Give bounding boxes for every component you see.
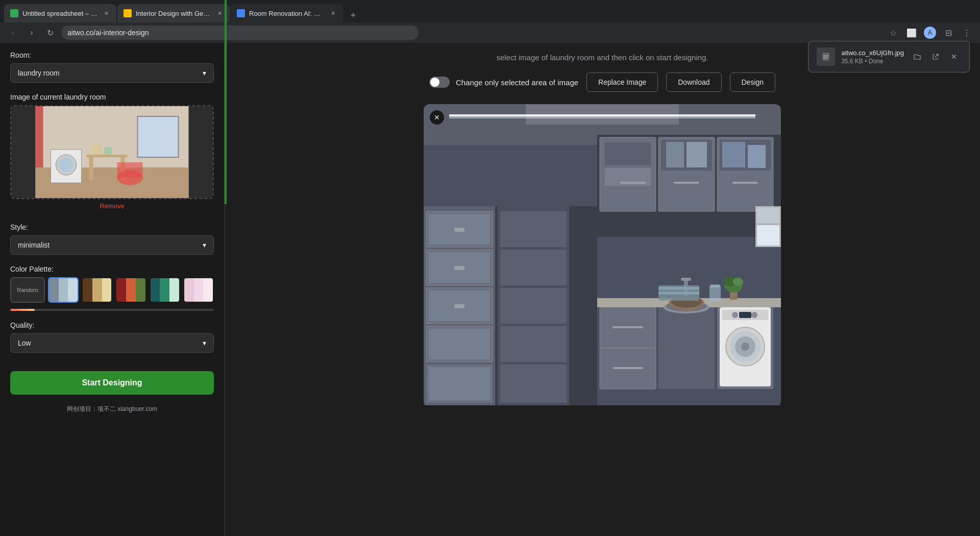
quality-label: Quality:	[10, 321, 214, 329]
toggle-label: Change only selected area of image	[456, 78, 578, 87]
svg-rect-2	[823, 57, 828, 58]
svg-rect-89	[500, 250, 567, 285]
palette-progress-fill	[10, 309, 35, 311]
svg-point-69	[751, 312, 757, 318]
image-label: Image of current laundry room	[10, 93, 214, 101]
room-image-preview	[11, 106, 213, 198]
svg-rect-28	[620, 182, 646, 184]
replace-image-button[interactable]: Replace Image	[586, 72, 658, 92]
svg-point-10	[59, 158, 74, 172]
quality-select[interactable]: Low ▾	[10, 333, 214, 353]
svg-rect-17	[105, 147, 112, 155]
show-in-folder-icon[interactable]	[910, 50, 924, 64]
menu-icon[interactable]: ⋮	[960, 26, 974, 40]
svg-rect-91	[500, 326, 567, 362]
toolbar-right: ☆ ⬜ A ⊟ ⋮	[886, 26, 974, 40]
palette-item-4[interactable]	[150, 277, 180, 303]
back-button[interactable]: ‹	[6, 26, 20, 40]
tab-close-room[interactable]: ✕	[329, 9, 337, 17]
svg-rect-38	[722, 142, 745, 167]
chevron-down-icon-quality: ▾	[203, 339, 206, 347]
tab-room-renovation[interactable]: Room Renovation AI: Renova… ✕	[231, 4, 343, 22]
svg-rect-51	[681, 278, 691, 281]
generated-room-svg	[424, 104, 781, 405]
svg-rect-55	[658, 287, 699, 290]
image-upload-area[interactable]	[10, 105, 214, 199]
palette-item-1[interactable]	[48, 277, 79, 303]
palette-item-3[interactable]	[115, 277, 146, 303]
style-label: Style:	[10, 223, 214, 231]
svg-rect-84	[429, 329, 490, 359]
svg-point-68	[732, 312, 738, 318]
svg-rect-47	[658, 307, 715, 389]
svg-rect-45	[612, 326, 643, 328]
download-filename: aitwo.co_x6UjGfn.jpg	[841, 49, 904, 57]
svg-rect-99	[757, 225, 779, 246]
chevron-down-icon-style: ▾	[203, 241, 206, 249]
tab-label-interior: Interior Design with Generativ…	[136, 10, 211, 17]
toggle-container: Change only selected area of image	[429, 77, 578, 88]
svg-rect-1	[823, 55, 828, 56]
split-screen-icon[interactable]: ⊟	[941, 26, 955, 40]
new-tab-button[interactable]: +	[346, 8, 360, 22]
image-form-group: Image of current laundry room	[10, 93, 214, 213]
tab-favicon-spreadsheet	[10, 9, 18, 17]
tab-interior[interactable]: Interior Design with Generativ… ✕	[117, 4, 230, 22]
tab-label-spreadsheet: Untitled spreadsheet – Goo…	[22, 10, 98, 17]
download-button[interactable]: Download	[666, 72, 721, 92]
action-row: Change only selected area of image Repla…	[245, 72, 960, 92]
svg-rect-12	[89, 157, 93, 180]
palette-random[interactable]: Random	[10, 277, 45, 303]
room-form-group: Room: laundry room ▾	[10, 51, 214, 83]
design-button[interactable]: Design	[730, 72, 776, 92]
remove-image-button[interactable]: Remove	[10, 199, 214, 213]
color-palette-section: Color Palette: Random	[10, 265, 214, 311]
download-notification: aitwo.co_x6UjGfn.jpg 35.6 KB • Done ✕	[808, 41, 970, 72]
start-designing-button[interactable]: Start Designing	[10, 371, 214, 395]
bookmark-icon[interactable]: ☆	[886, 26, 900, 40]
svg-rect-26	[605, 142, 651, 165]
instruction-text: select image of laundry room and then cl…	[496, 53, 708, 62]
palette-item-5[interactable]	[183, 277, 214, 303]
palette-item-2[interactable]	[82, 277, 112, 303]
svg-rect-93	[454, 228, 464, 232]
forward-button[interactable]: ›	[24, 26, 39, 40]
open-in-new-tab-icon[interactable]	[928, 50, 943, 64]
svg-rect-11	[87, 155, 128, 157]
svg-rect-40	[732, 182, 758, 184]
svg-rect-56	[658, 291, 699, 295]
room-label: Room:	[10, 51, 214, 59]
close-download-icon[interactable]: ✕	[947, 50, 961, 64]
tab-close-interior[interactable]: ✕	[215, 9, 224, 17]
svg-rect-86	[429, 367, 490, 400]
svg-rect-32	[666, 142, 684, 167]
svg-point-60	[733, 278, 743, 286]
svg-rect-100	[709, 285, 721, 302]
svg-rect-3	[823, 58, 827, 59]
profile-icon[interactable]: A	[923, 26, 937, 40]
tab-spreadsheet[interactable]: Untitled spreadsheet – Goo… ✕	[4, 4, 116, 22]
svg-rect-18	[36, 106, 43, 167]
main-layout: Room: laundry room ▾ Image of current la…	[0, 43, 980, 536]
tab-favicon-room	[237, 9, 245, 17]
svg-point-66	[741, 343, 749, 351]
browser-toolbar: ‹ › ↻ aitwo.co/ai-interior-design ☆ ⬜ A …	[0, 22, 980, 43]
style-select[interactable]: minimalist ▾	[10, 235, 214, 255]
area-toggle[interactable]	[429, 77, 450, 88]
room-select[interactable]: laundry room ▾	[10, 63, 214, 83]
sidebar-content: Room: laundry room ▾ Image of current la…	[0, 43, 224, 422]
footer-text: 网创项目：项不二 xiangbuer.com	[10, 405, 214, 413]
style-form-group: Style: minimalist ▾	[10, 223, 214, 255]
address-bar[interactable]: aitwo.co/ai-interior-design	[61, 26, 419, 40]
extensions-icon[interactable]: ⬜	[904, 26, 919, 40]
file-svg	[821, 52, 831, 62]
svg-rect-90	[500, 288, 567, 324]
svg-rect-70	[739, 312, 751, 318]
tab-favicon-interior	[124, 9, 132, 17]
chevron-down-icon: ▾	[203, 69, 206, 77]
tab-close-spreadsheet[interactable]: ✕	[102, 9, 110, 17]
reload-button[interactable]: ↻	[43, 26, 57, 40]
close-image-button[interactable]: ✕	[430, 110, 444, 125]
palette-progress-bar	[10, 309, 214, 311]
room-preview-svg	[11, 106, 213, 198]
